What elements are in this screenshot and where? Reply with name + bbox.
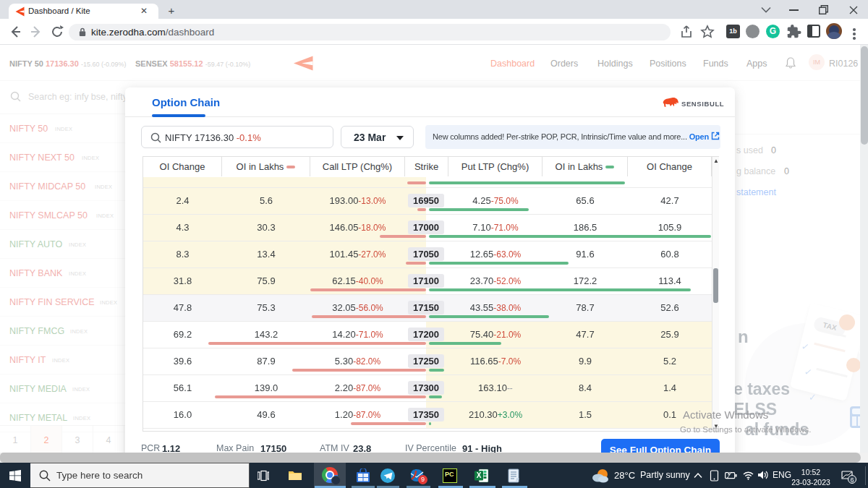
svg-text:X: X: [477, 471, 482, 479]
